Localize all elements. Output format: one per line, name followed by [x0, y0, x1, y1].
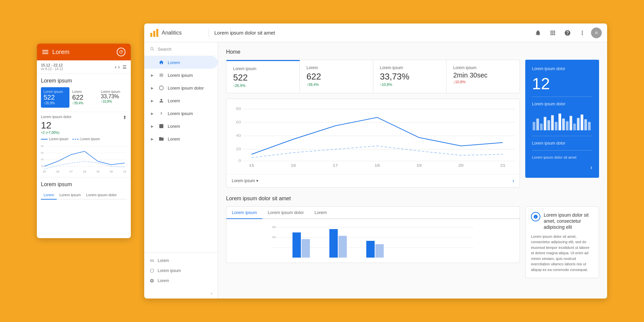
- sidebar-item-3[interactable]: ▶ Lorem: [144, 94, 218, 107]
- section2-title: Lorem ipsum dolor sit amet: [226, 196, 599, 202]
- svg-text:0: 0: [238, 159, 241, 163]
- svg-text:16: 16: [291, 163, 296, 167]
- sidebar-item-2[interactable]: ▶ Lorem ipsum dolor: [144, 82, 218, 94]
- sidebar-bottom: Lorem Lorem ipsum Lorem: [144, 253, 218, 288]
- mobile-stat-label-0: Lorem ipsum: [44, 90, 67, 94]
- stat-item-1[interactable]: Lorem 622 ↑39,4%: [300, 60, 373, 93]
- svg-rect-17: [156, 29, 158, 37]
- sidebar-item-6[interactable]: ▶ Lorem: [144, 132, 218, 145]
- sidebar-label-home: Lorem: [168, 60, 180, 65]
- tab-1[interactable]: Lorem ipsum dolor: [262, 207, 309, 219]
- date-prev-icon[interactable]: ‹: [115, 64, 116, 70]
- expand-icon-4: ▶: [150, 111, 155, 116]
- mobile-kpi: Lorem ipsum dolor ⬆ 12 +2 (+7,00%): [41, 115, 127, 135]
- chart-footer-text: Lorem ipsum: [232, 178, 255, 183]
- search-label: Search: [158, 47, 171, 52]
- svg-text:80: 80: [236, 107, 241, 111]
- date-next-icon[interactable]: ›: [118, 64, 120, 70]
- main-chart-svg: 80 60 40 20 0 1: [226, 102, 520, 169]
- app-logo-title: Analitics: [162, 30, 182, 36]
- filter-icon[interactable]: ☰: [122, 64, 127, 70]
- svg-text:40: 40: [41, 158, 44, 161]
- svg-text:20: 20: [110, 170, 113, 173]
- mobile-stat-value-1: 622: [72, 94, 95, 101]
- expand-icon-1: ▶: [150, 72, 155, 78]
- blue-card-value: 12: [532, 76, 592, 92]
- expand-icon-2: ▶: [150, 85, 155, 91]
- mobile-stat-change-2: ↑10,8%: [101, 100, 124, 103]
- sidebar-item-5[interactable]: ▶ Lorem: [144, 120, 218, 132]
- notifications-button[interactable]: [532, 27, 544, 39]
- refresh-icon[interactable]: [117, 48, 125, 56]
- help-button[interactable]: [561, 27, 574, 39]
- sidebar-label-5: Lorem: [168, 124, 180, 129]
- mobile-tab-1[interactable]: Lorem ipsum: [57, 191, 84, 199]
- section2-chart-container: Lorem ipsum Lorem ipsum dolor Lorem: [226, 206, 520, 263]
- more-button[interactable]: [576, 27, 588, 39]
- sidebar-collapse-button[interactable]: ‹: [144, 288, 218, 299]
- gear-icon: [150, 278, 154, 283]
- mobile-tab-2[interactable]: Lorem ipsum dolor: [84, 191, 119, 199]
- mobile-stat-change-1: ↑39,4%: [72, 101, 95, 105]
- grid-icon-sidebar: [158, 72, 164, 78]
- tab-0[interactable]: Lorem ipsum: [226, 207, 262, 219]
- sidebar-bottom-gear[interactable]: Lorem: [144, 276, 218, 286]
- section2-chart-svg: 80 60: [232, 222, 514, 263]
- chart-next-icon[interactable]: ›: [513, 178, 514, 184]
- svg-rect-49: [573, 124, 576, 130]
- stat-item-0[interactable]: Lorem ipsum 522 ↑26,9%: [226, 60, 300, 93]
- square-icon-sidebar: [158, 123, 164, 129]
- svg-text:19: 19: [417, 163, 422, 167]
- topbar-page-title: Lorem ipsum dolor sit amet: [214, 30, 527, 36]
- sidebar-item-4[interactable]: ▶ Lorem ipsum: [144, 107, 218, 120]
- hamburger-icon[interactable]: [42, 50, 48, 54]
- mobile-stats-row: Lorem ipsum 522 ↑26,9% Lorem 622 ↑39,4% …: [41, 87, 127, 108]
- share-icon[interactable]: ⬆: [123, 115, 127, 120]
- info-icon: [531, 212, 540, 221]
- avatar[interactable]: A: [591, 28, 602, 38]
- svg-rect-40: [540, 124, 543, 130]
- sidebar-bottom-link[interactable]: Lorem: [144, 256, 218, 266]
- section2-layout: Lorem ipsum Lorem ipsum dolor Lorem: [226, 206, 599, 278]
- svg-rect-59: [292, 232, 301, 258]
- sidebar-item-1[interactable]: ▶ Lorem ipsum: [144, 69, 218, 82]
- mobile-legend-label-1: Lorem ipsum: [80, 137, 100, 141]
- svg-text:40: 40: [236, 133, 241, 138]
- info-card-title: Lorem ipsum dolor sit amet, consectetur …: [544, 212, 593, 230]
- svg-rect-45: [558, 114, 561, 130]
- expand-icon-3: ▶: [150, 98, 155, 103]
- mobile-tab-0[interactable]: Lorem: [41, 191, 57, 200]
- mobile-stat-1: Lorem 622 ↑39,4%: [69, 87, 98, 108]
- expand-icon-6: ▶: [150, 136, 155, 142]
- info-card: Lorem ipsum dolor sit amet, consectetur …: [525, 206, 599, 278]
- collapse-icon: ‹: [211, 291, 212, 296]
- sidebar-bottom-label-0: Lorem: [158, 258, 169, 263]
- sidebar-item-home[interactable]: Lorem: [144, 56, 218, 69]
- tab-2[interactable]: Lorem: [309, 207, 332, 219]
- section1-title: Home: [226, 49, 599, 55]
- chart-footer-dropdown-icon: ▾: [256, 178, 258, 183]
- mobile-bottom-tabs: Lorem Lorem ipsum Lorem ipsum dolor: [41, 191, 127, 200]
- sidebar-nav: Lorem ▶ Lorem ipsum ▶: [144, 56, 218, 253]
- stat-item-2[interactable]: Lorem ipsum 33,73% ↑10,8%: [373, 60, 447, 93]
- blue-card-arrow[interactable]: ›: [532, 164, 592, 171]
- stat-label-3: Lorem ipsum: [453, 65, 513, 70]
- apps-button[interactable]: [547, 27, 559, 39]
- mobile-legend-1: Lorem ipsum: [72, 137, 100, 141]
- stat-item-3[interactable]: Lorem ipsum 2min 30sec ↓10,8%: [446, 60, 520, 93]
- app-body: Search Lorem ▶: [144, 42, 607, 299]
- mobile-kpi-sub: +2 (+7,00%): [41, 131, 127, 135]
- circle-icon-sidebar: [158, 85, 164, 91]
- home-icon: [158, 59, 164, 65]
- svg-text:80: 80: [272, 225, 276, 229]
- sidebar-bottom-circle[interactable]: Lorem ipsum: [144, 266, 218, 276]
- svg-rect-39: [536, 119, 539, 130]
- blue-card-subtitle: Lorem ipsum dolor: [532, 102, 592, 106]
- blue-card-divider2: [532, 136, 592, 136]
- stat-change-0: ↑26,9%: [233, 84, 293, 88]
- mobile-stat-0: Lorem ipsum 522 ↑26,9%: [41, 87, 69, 108]
- sidebar-search[interactable]: Search: [144, 42, 218, 56]
- chart-footer-label[interactable]: Lorem ipsum ▾: [232, 178, 258, 183]
- stat-label-2: Lorem ipsum: [380, 65, 440, 70]
- svg-text:15: 15: [249, 163, 254, 167]
